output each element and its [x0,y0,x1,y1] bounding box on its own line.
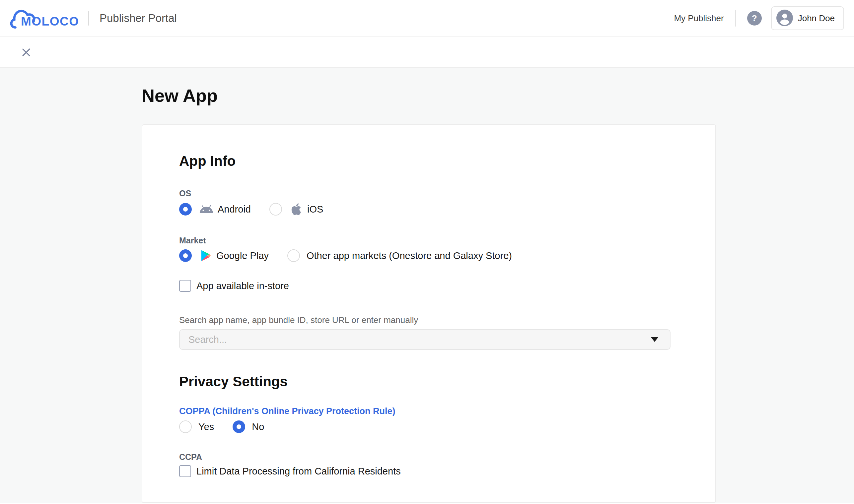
os-option-row: Android iOS [179,202,679,216]
moloco-logo[interactable]: MOLOCO [10,7,82,29]
ios-option-label: iOS [307,204,323,215]
avatar-icon [777,10,793,27]
brand-wordmark: MOLOCO [21,15,79,29]
nav-my-publisher[interactable]: My Publisher [674,13,724,23]
in-store-checkbox-label: App available in-store [196,281,289,291]
search-placeholder: Search... [189,334,227,345]
ccpa-checkbox-label: Limit Data Processing from California Re… [196,466,401,477]
ccpa-checkbox-row[interactable]: Limit Data Processing from California Re… [179,465,679,477]
privacy-settings-heading: Privacy Settings [179,374,679,390]
radio-option-ios[interactable]: iOS [269,202,323,216]
radio-selected-icon[interactable] [232,420,245,433]
help-icon[interactable]: ? [747,11,762,25]
radio-unselected-icon[interactable] [179,420,192,433]
radio-unselected-icon[interactable] [269,203,282,216]
apple-icon [289,202,303,216]
radio-option-android[interactable]: Android [179,202,251,217]
market-group-label: Market [179,235,679,245]
user-name: John Doe [798,13,835,23]
header-left: MOLOCO Publisher Portal [10,7,177,29]
dropdown-caret-icon [651,337,658,342]
header-divider-2 [735,10,736,26]
radio-option-google-play[interactable]: Google Play [179,249,269,262]
app-info-heading: App Info [179,153,679,169]
user-menu-button[interactable]: John Doe [771,6,844,30]
coppa-link[interactable]: COPPA (Children's Online Privacy Protect… [179,406,396,416]
app-header: MOLOCO Publisher Portal My Publisher ? J… [0,0,854,37]
close-toolbar [0,37,854,68]
header-right: My Publisher ? John Doe [674,6,844,30]
checkbox-icon[interactable] [179,465,191,477]
page-title: New App [142,85,854,106]
coppa-yes-label: Yes [198,421,214,432]
market-option-row: Google Play Other app markets (Onestore … [179,249,679,263]
radio-option-coppa-yes[interactable]: Yes [179,420,214,433]
app-search-label: Search app name, app bundle ID, store UR… [179,315,679,325]
header-divider [88,11,89,25]
in-store-checkbox-row[interactable]: App available in-store [179,280,679,292]
radio-selected-icon[interactable] [179,203,192,216]
radio-selected-icon[interactable] [179,249,192,262]
coppa-no-label: No [252,421,264,432]
os-group-label: OS [179,188,679,198]
close-icon[interactable] [21,47,32,58]
android-icon [199,202,214,217]
main-content: New App App Info OS Android [0,68,854,503]
google-play-option-label: Google Play [216,250,269,261]
new-app-form-card: App Info OS Android iOS [142,124,716,503]
google-play-icon [199,249,212,262]
coppa-option-row: Yes No [179,420,679,434]
radio-option-coppa-no[interactable]: No [232,420,264,433]
checkbox-icon[interactable] [179,280,191,292]
ccpa-group-label: CCPA [179,452,679,462]
other-markets-option-label: Other app markets (Onestore and Galaxy S… [307,250,512,261]
radio-unselected-icon[interactable] [287,249,300,262]
android-option-label: Android [217,204,251,215]
product-title: Publisher Portal [100,12,177,24]
radio-option-other-markets[interactable]: Other app markets (Onestore and Galaxy S… [287,249,512,262]
app-search-select[interactable]: Search... [179,329,670,350]
